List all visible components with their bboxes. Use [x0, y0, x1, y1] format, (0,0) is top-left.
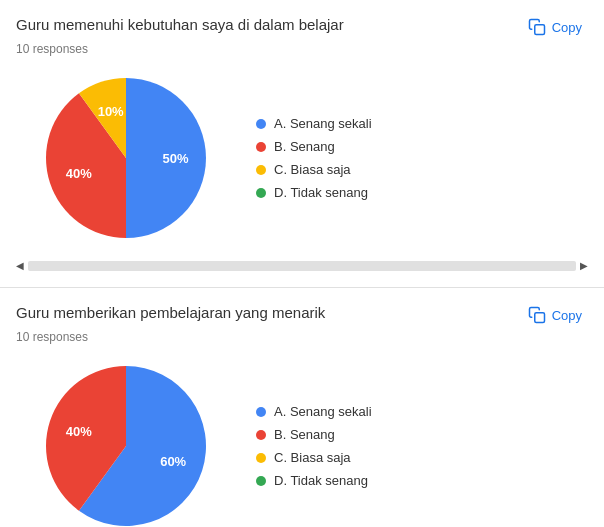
copy-button[interactable]: Copy	[522, 304, 588, 326]
legend-dot-2	[256, 453, 266, 463]
section-section1: Guru memenuhi kebutuhan saya di dalam be…	[0, 0, 604, 288]
section-header: Guru memenuhi kebutuhan saya di dalam be…	[16, 16, 588, 38]
pie-label-1: 40%	[66, 424, 92, 439]
legend-dot-1	[256, 142, 266, 152]
legend-item-1: B. Senang	[256, 139, 372, 154]
scroll-right-arrow[interactable]: ▶	[580, 260, 588, 271]
pie-chart: 50%40%10%	[36, 68, 216, 248]
legend-dot-3	[256, 188, 266, 198]
legend-item-0: A. Senang sekali	[256, 116, 372, 131]
copy-label: Copy	[552, 20, 582, 35]
legend-label-3: D. Tidak senang	[274, 473, 368, 488]
legend-label-1: B. Senang	[274, 139, 335, 154]
pie-label-1: 40%	[66, 166, 92, 181]
legend-label-2: C. Biasa saja	[274, 162, 351, 177]
copy-button[interactable]: Copy	[522, 16, 588, 38]
section-section2: Guru memberikan pembelajaran yang menari…	[0, 288, 604, 527]
legend-item-0: A. Senang sekali	[256, 404, 372, 419]
scroll-left-arrow[interactable]: ◀	[16, 260, 24, 271]
scroll-row: ◀▶	[16, 260, 588, 279]
legend-item-3: D. Tidak senang	[256, 473, 372, 488]
svg-rect-0	[534, 25, 544, 35]
legend: A. Senang sekaliB. SenangC. Biasa sajaD.…	[256, 404, 372, 488]
pie-label-0: 60%	[160, 454, 186, 469]
responses-label: 10 responses	[16, 42, 588, 56]
svg-rect-1	[534, 313, 544, 323]
legend-label-2: C. Biasa saja	[274, 450, 351, 465]
copy-icon	[528, 18, 546, 36]
legend-dot-3	[256, 476, 266, 486]
chart-area: 50%40%10%A. Senang sekaliB. SenangC. Bia…	[16, 68, 588, 248]
scrollbar-track[interactable]	[28, 261, 576, 271]
legend-dot-1	[256, 430, 266, 440]
legend-item-2: C. Biasa saja	[256, 162, 372, 177]
legend-item-1: B. Senang	[256, 427, 372, 442]
pie-chart: 60%40%	[36, 356, 216, 527]
legend-dot-0	[256, 119, 266, 129]
legend-dot-0	[256, 407, 266, 417]
pie-label-2: 10%	[98, 104, 124, 119]
legend-item-2: C. Biasa saja	[256, 450, 372, 465]
pie-label-0: 50%	[163, 151, 189, 166]
responses-label: 10 responses	[16, 330, 588, 344]
legend-dot-2	[256, 165, 266, 175]
legend-label-1: B. Senang	[274, 427, 335, 442]
section-title: Guru memberikan pembelajaran yang menari…	[16, 304, 325, 321]
legend-label-3: D. Tidak senang	[274, 185, 368, 200]
copy-label: Copy	[552, 308, 582, 323]
section-title: Guru memenuhi kebutuhan saya di dalam be…	[16, 16, 344, 33]
legend-label-0: A. Senang sekali	[274, 404, 372, 419]
copy-icon	[528, 306, 546, 324]
legend: A. Senang sekaliB. SenangC. Biasa sajaD.…	[256, 116, 372, 200]
section-header: Guru memberikan pembelajaran yang menari…	[16, 304, 588, 326]
legend-label-0: A. Senang sekali	[274, 116, 372, 131]
chart-area: 60%40%A. Senang sekaliB. SenangC. Biasa …	[16, 356, 588, 527]
legend-item-3: D. Tidak senang	[256, 185, 372, 200]
